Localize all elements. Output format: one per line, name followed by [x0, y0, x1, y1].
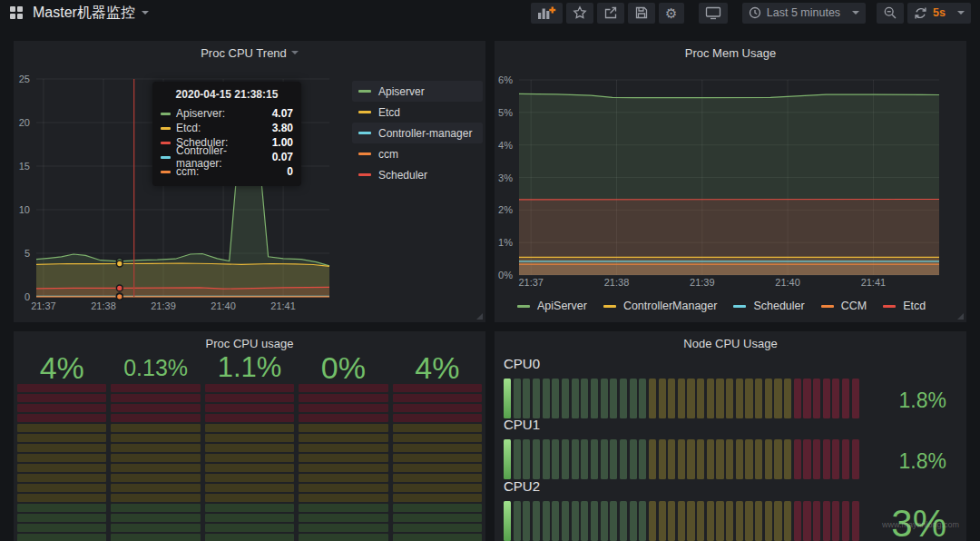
legend-color-dash: [733, 305, 746, 308]
panel-proc-mem-usage: Proc Mem Usage 21:3721:3821:3921:4021:41…: [495, 41, 966, 322]
gauge-segment: [687, 439, 694, 479]
add-panel-button[interactable]: [531, 3, 563, 24]
gauge-column: [299, 384, 387, 541]
gauge-segment: [393, 524, 482, 532]
tv-kiosk-button[interactable]: [699, 3, 728, 24]
legend-label: Scheduler: [378, 169, 427, 182]
gauge-segment: [620, 439, 627, 479]
legend-item-Apiserver[interactable]: Apiserver: [352, 81, 483, 102]
gauge-segment: [726, 379, 733, 418]
caret-down-icon: [142, 11, 149, 18]
panel-resize-handle[interactable]: [957, 313, 964, 320]
gauge-segment: [687, 501, 694, 541]
gauge-segment: [707, 439, 714, 479]
gauge-segment: [111, 384, 200, 392]
panel-resize-handle[interactable]: [476, 313, 483, 320]
gauge-segment: [299, 384, 387, 392]
legend-item-Etcd[interactable]: Etcd: [352, 102, 407, 123]
tooltip-row: Apiserver:4.07: [161, 106, 293, 121]
gauge-segment: [393, 504, 482, 512]
time-range-picker[interactable]: Last 5 minutes: [742, 3, 866, 24]
gauge-segment: [649, 379, 656, 418]
gauge-segment: [620, 501, 627, 541]
gauge-segment: [803, 379, 810, 418]
chart-canvas: 21:3721:3821:3921:4021:410%1%2%3%4%5%6%: [495, 41, 966, 322]
gauge-segment-lit: [504, 439, 511, 479]
gauge-segment: [17, 504, 106, 512]
tooltip-color-dash: [161, 113, 171, 115]
gauge-segment: [111, 474, 200, 482]
hover-point: [116, 293, 122, 300]
gauge-segment: [205, 414, 294, 422]
gauge-segment: [581, 439, 588, 479]
proc-mem-usage-graph[interactable]: 21:3721:3821:3921:4021:410%1%2%3%4%5%6%: [495, 41, 966, 322]
gauge-segment: [17, 444, 106, 452]
gauge-segment: [17, 384, 106, 392]
legend-item-CCM[interactable]: CCM: [821, 300, 867, 312]
gauge-segment: [794, 379, 801, 418]
gauge-segment: [393, 494, 482, 502]
tooltip-color-dash: [161, 171, 171, 173]
gauge-segment: [205, 494, 294, 502]
star-icon: [573, 5, 587, 20]
gauge-segment: [17, 514, 106, 522]
gauge-segment: [572, 439, 579, 479]
gauge-segment: [707, 379, 714, 418]
gauge-segment: [514, 379, 521, 418]
legend-item-Scheduler[interactable]: Scheduler: [733, 300, 804, 312]
gauge-segment: [205, 484, 294, 492]
tooltip-color-dash: [161, 127, 171, 130]
gauge-segment: [299, 454, 387, 462]
gauge-segment: [572, 501, 579, 541]
gauge-segment: [736, 439, 743, 479]
gauge-segment: [813, 501, 820, 541]
gauge-segment: [205, 524, 294, 532]
gauge-segment: [299, 434, 387, 442]
gauge-segment: [823, 439, 830, 479]
share-button[interactable]: [597, 3, 624, 24]
gauge-segment: [678, 379, 685, 418]
gauge-segment: [687, 379, 694, 418]
svg-text:10: 10: [19, 204, 30, 215]
gauge-segment: [630, 379, 637, 418]
refresh-button[interactable]: 5s: [907, 3, 971, 24]
legend-item-ApiServer[interactable]: ApiServer: [517, 300, 587, 312]
gauge-segment: [514, 501, 521, 541]
settings-button[interactable]: ⚙: [659, 3, 684, 24]
legend-item-ccm[interactable]: ccm: [352, 143, 405, 164]
legend-color-dash: [358, 132, 371, 134]
tooltip-color-dash: [161, 142, 171, 144]
gauge-segment: [17, 474, 106, 482]
svg-text:0: 0: [24, 291, 30, 302]
cpu-gauge-row: CPU01.8%: [504, 356, 957, 418]
gauge-segment: [803, 501, 810, 541]
add-panel-icon: [537, 5, 556, 20]
svg-text:21:40: 21:40: [211, 300, 236, 311]
apps-grid-icon[interactable]: [9, 5, 24, 20]
gauge-segment: [205, 474, 294, 482]
dashboard-title-dropdown[interactable]: Master机器监控: [33, 4, 149, 23]
gauge-segment: [393, 534, 482, 541]
grid-icon: [9, 5, 24, 20]
gauge-segment: [299, 414, 387, 422]
legend-item-Scheduler[interactable]: Scheduler: [352, 164, 434, 185]
star-button[interactable]: [566, 3, 593, 24]
gauge-segment: [842, 379, 849, 418]
gauge-segment: [572, 379, 579, 418]
gauge-segment: [543, 501, 550, 541]
legend-item-Controller-manager[interactable]: Controller-manager: [352, 123, 483, 143]
gauge-segment: [523, 501, 530, 541]
gauge-segment: [205, 464, 294, 472]
legend-item-ControllerManager[interactable]: ControllerManager: [603, 300, 718, 312]
gauge-segment: [755, 379, 762, 418]
panel-title-node-cpu-usage[interactable]: Node CPU Usage: [495, 331, 966, 355]
zoom-out-button[interactable]: [877, 3, 904, 24]
legend-color-dash: [821, 305, 834, 308]
tooltip-color-dash: [161, 156, 171, 159]
gauge-segment: [591, 439, 598, 479]
legend-item-Etcd[interactable]: Etcd: [883, 300, 926, 312]
save-button[interactable]: [628, 3, 655, 24]
caret-down-icon: [957, 11, 965, 18]
gauge-segment: [552, 501, 559, 541]
gauge-segment: [659, 439, 666, 479]
